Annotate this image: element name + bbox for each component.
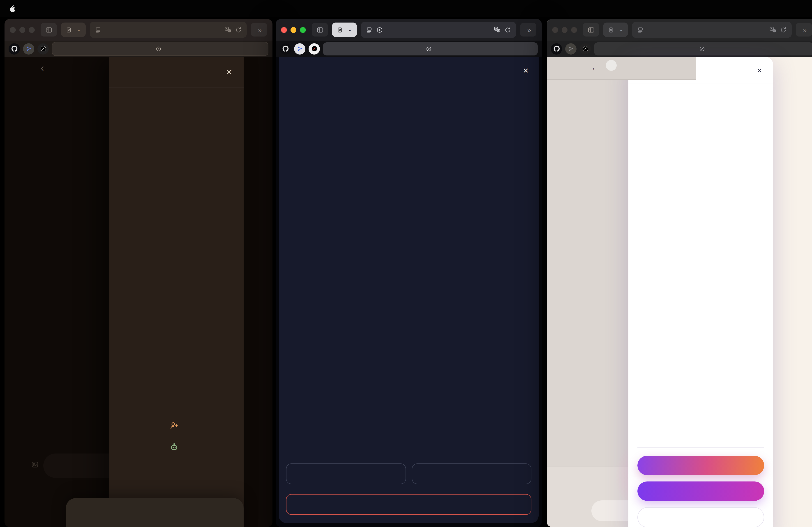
more-toolbar-button[interactable]: » bbox=[796, 23, 812, 36]
more-toolbar-button[interactable]: » bbox=[520, 23, 536, 36]
traffic-lights[interactable] bbox=[10, 27, 35, 33]
more-toolbar-button[interactable]: » bbox=[251, 23, 267, 36]
chevrons-icon: » bbox=[258, 26, 261, 34]
tab-strip bbox=[4, 41, 273, 57]
compass-icon bbox=[426, 46, 432, 51]
participants-panel: ✕ bbox=[628, 57, 773, 527]
invite-people-button[interactable] bbox=[637, 456, 764, 475]
sidebar-icon bbox=[587, 26, 595, 34]
chevrons-icon: » bbox=[803, 26, 806, 34]
reload-icon[interactable] bbox=[235, 26, 242, 33]
browser-tab[interactable] bbox=[52, 42, 269, 56]
chat-title bbox=[606, 60, 620, 71]
chat-header: ← bbox=[547, 57, 696, 80]
graph-favicon[interactable] bbox=[294, 43, 305, 54]
profile-icon bbox=[337, 27, 343, 33]
github-favicon[interactable] bbox=[280, 43, 291, 54]
window-chrome: ⌄ » bbox=[4, 19, 273, 41]
participants-list bbox=[628, 84, 773, 87]
profile-button[interactable]: ⌄ bbox=[332, 22, 357, 37]
profile-icon bbox=[608, 27, 614, 33]
participants-list bbox=[109, 88, 244, 93]
profile-icon bbox=[66, 27, 72, 33]
compass-icon bbox=[699, 46, 705, 51]
graph-favicon[interactable] bbox=[565, 43, 577, 54]
tab-strip bbox=[276, 41, 542, 57]
sidebar-icon bbox=[45, 26, 53, 34]
reload-icon[interactable] bbox=[780, 26, 787, 33]
window-content: ✕ bbox=[276, 57, 542, 527]
graph-favicon[interactable] bbox=[23, 43, 34, 54]
safari-favicon[interactable] bbox=[580, 43, 591, 54]
sidebar-icon bbox=[316, 26, 324, 34]
traffic-lights[interactable] bbox=[281, 27, 306, 33]
tab-bar bbox=[66, 498, 244, 527]
window-content: ‹ ✕ bbox=[4, 57, 273, 527]
warm-minimal-app: ‹ ✕ bbox=[4, 57, 273, 527]
profile-button[interactable]: ⌄ bbox=[61, 22, 86, 37]
translate-icon[interactable] bbox=[494, 26, 501, 33]
address-bar[interactable] bbox=[361, 21, 516, 38]
playful-chat: ← bbox=[547, 57, 630, 527]
sidebar-toggle-button[interactable] bbox=[312, 23, 328, 36]
back-icon[interactable]: ← bbox=[591, 63, 599, 73]
close-icon[interactable]: ✕ bbox=[226, 67, 233, 77]
window-chrome: ⌄ » bbox=[547, 19, 812, 41]
tab-strip bbox=[547, 41, 812, 57]
reload-icon[interactable] bbox=[504, 26, 511, 33]
window-content: ← ✕ bbox=[547, 57, 812, 527]
invite-people-button[interactable] bbox=[169, 421, 184, 430]
participants-list bbox=[279, 85, 539, 91]
reader-icon[interactable] bbox=[366, 26, 372, 33]
panel-actions bbox=[109, 410, 244, 451]
sidebar-toggle-button[interactable] bbox=[41, 23, 57, 36]
leave-chat-button[interactable] bbox=[286, 494, 532, 515]
close-icon[interactable]: ✕ bbox=[757, 67, 763, 75]
window-chrome: ⌄ » bbox=[276, 19, 542, 41]
address-bar[interactable] bbox=[89, 21, 247, 38]
translate-icon[interactable] bbox=[769, 26, 777, 33]
apple-icon[interactable] bbox=[8, 5, 15, 12]
reader-icon[interactable] bbox=[637, 26, 643, 33]
reader-icon[interactable] bbox=[95, 26, 101, 33]
window-playful-gradient: ⌄ » ← bbox=[547, 19, 812, 527]
traffic-lights[interactable] bbox=[552, 27, 577, 33]
safari-favicon[interactable] bbox=[308, 43, 320, 54]
panel-actions bbox=[286, 464, 532, 515]
chat-avatar bbox=[606, 60, 617, 71]
chevrons-icon: » bbox=[527, 26, 530, 34]
robot-icon bbox=[169, 442, 178, 451]
github-favicon[interactable] bbox=[9, 43, 20, 54]
user-plus-icon bbox=[169, 421, 178, 430]
browser-tab[interactable] bbox=[594, 42, 812, 55]
plus-circle-icon[interactable] bbox=[376, 26, 383, 33]
window-warm-minimal: ⌄ » ‹ bbox=[4, 19, 273, 527]
bold-dark-app: ✕ bbox=[279, 57, 539, 523]
github-favicon[interactable] bbox=[551, 43, 562, 54]
close-icon[interactable]: ✕ bbox=[523, 67, 529, 75]
compass-icon bbox=[156, 46, 161, 51]
invite-people-button[interactable] bbox=[286, 464, 406, 484]
panel-actions bbox=[637, 447, 764, 527]
add-agent-button[interactable] bbox=[412, 464, 532, 484]
address-bar[interactable] bbox=[632, 21, 792, 38]
translate-icon[interactable] bbox=[224, 26, 231, 33]
menu-bar-left bbox=[8, 5, 15, 12]
leave-chat-button[interactable] bbox=[637, 507, 764, 527]
browser-tab[interactable] bbox=[323, 42, 538, 55]
profile-button[interactable]: ⌄ bbox=[603, 22, 628, 37]
menu-bar bbox=[0, 0, 812, 17]
sidebar-toggle-button[interactable] bbox=[583, 23, 599, 36]
add-agent-button[interactable] bbox=[169, 442, 184, 451]
safari-favicon[interactable] bbox=[38, 43, 49, 54]
desktop: ⌄ » ‹ bbox=[0, 0, 812, 527]
add-agent-button[interactable] bbox=[637, 481, 764, 501]
participants-panel: ✕ bbox=[109, 57, 244, 527]
window-bold-dark: ⌄ » ✕ bbox=[276, 19, 542, 527]
